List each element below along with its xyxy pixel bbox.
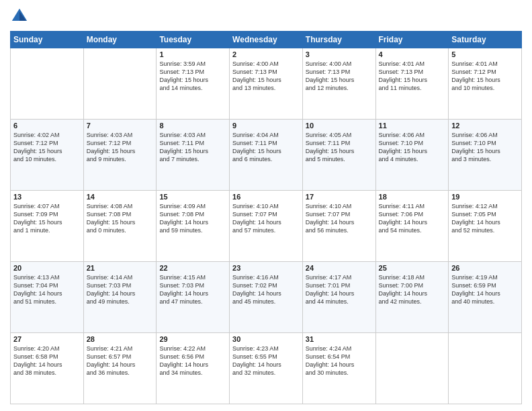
calendar-cell: 20Sunrise: 4:13 AM Sunset: 7:04 PM Dayli… bbox=[11, 262, 84, 333]
calendar-cell: 11Sunrise: 4:06 AM Sunset: 7:10 PM Dayli… bbox=[375, 120, 449, 191]
day-number: 5 bbox=[451, 50, 519, 58]
weekday-header-saturday: Saturday bbox=[449, 32, 522, 48]
day-number: 20 bbox=[13, 264, 81, 272]
calendar-cell: 12Sunrise: 4:06 AM Sunset: 7:10 PM Dayli… bbox=[449, 120, 522, 191]
weekday-header-tuesday: Tuesday bbox=[157, 32, 230, 48]
day-number: 26 bbox=[451, 264, 519, 272]
cell-info: Sunrise: 4:24 AM Sunset: 6:54 PM Dayligh… bbox=[306, 345, 373, 377]
calendar-cell: 2Sunrise: 4:00 AM Sunset: 7:13 PM Daylig… bbox=[230, 48, 303, 120]
calendar-cell bbox=[375, 333, 449, 404]
cell-info: Sunrise: 4:17 AM Sunset: 7:01 PM Dayligh… bbox=[306, 273, 373, 306]
day-number: 14 bbox=[87, 193, 154, 201]
cell-info: Sunrise: 4:00 AM Sunset: 7:13 PM Dayligh… bbox=[232, 60, 300, 93]
calendar-cell bbox=[449, 333, 522, 404]
cell-info: Sunrise: 4:06 AM Sunset: 7:10 PM Dayligh… bbox=[379, 131, 446, 164]
calendar-cell: 28Sunrise: 4:21 AM Sunset: 6:57 PM Dayli… bbox=[83, 333, 157, 404]
cell-info: Sunrise: 4:10 AM Sunset: 7:07 PM Dayligh… bbox=[306, 202, 373, 235]
calendar-cell: 25Sunrise: 4:18 AM Sunset: 7:00 PM Dayli… bbox=[375, 262, 449, 333]
calendar-cell: 8Sunrise: 4:03 AM Sunset: 7:11 PM Daylig… bbox=[157, 120, 230, 191]
cell-info: Sunrise: 4:02 AM Sunset: 7:12 PM Dayligh… bbox=[13, 131, 81, 164]
weekday-header-row: SundayMondayTuesdayWednesdayThursdayFrid… bbox=[11, 32, 522, 48]
day-number: 18 bbox=[379, 193, 446, 201]
calendar-week-2: 6Sunrise: 4:02 AM Sunset: 7:12 PM Daylig… bbox=[11, 120, 522, 191]
logo bbox=[10, 7, 32, 26]
calendar-cell: 3Sunrise: 4:00 AM Sunset: 7:13 PM Daylig… bbox=[302, 48, 375, 120]
calendar-cell: 27Sunrise: 4:20 AM Sunset: 6:58 PM Dayli… bbox=[11, 333, 84, 404]
calendar-cell: 29Sunrise: 4:22 AM Sunset: 6:56 PM Dayli… bbox=[157, 333, 230, 404]
day-number: 21 bbox=[87, 264, 154, 272]
day-number: 4 bbox=[379, 50, 446, 58]
calendar-cell: 4Sunrise: 4:01 AM Sunset: 7:13 PM Daylig… bbox=[375, 48, 449, 120]
day-number: 13 bbox=[13, 193, 81, 201]
cell-info: Sunrise: 4:10 AM Sunset: 7:07 PM Dayligh… bbox=[232, 202, 300, 235]
day-number: 25 bbox=[379, 264, 446, 272]
day-number: 23 bbox=[232, 264, 300, 272]
cell-info: Sunrise: 4:05 AM Sunset: 7:11 PM Dayligh… bbox=[306, 131, 373, 164]
cell-info: Sunrise: 4:22 AM Sunset: 6:56 PM Dayligh… bbox=[159, 345, 226, 377]
calendar-cell: 16Sunrise: 4:10 AM Sunset: 7:07 PM Dayli… bbox=[230, 191, 303, 262]
cell-info: Sunrise: 4:06 AM Sunset: 7:10 PM Dayligh… bbox=[451, 131, 519, 164]
cell-info: Sunrise: 4:16 AM Sunset: 7:02 PM Dayligh… bbox=[232, 273, 300, 306]
day-number: 10 bbox=[306, 122, 373, 130]
weekday-header-thursday: Thursday bbox=[302, 32, 375, 48]
page-header bbox=[10, 7, 522, 26]
day-number: 31 bbox=[306, 335, 373, 343]
cell-info: Sunrise: 3:59 AM Sunset: 7:13 PM Dayligh… bbox=[159, 60, 226, 93]
day-number: 30 bbox=[232, 335, 300, 343]
cell-info: Sunrise: 4:19 AM Sunset: 6:59 PM Dayligh… bbox=[451, 273, 519, 306]
calendar-week-3: 13Sunrise: 4:07 AM Sunset: 7:09 PM Dayli… bbox=[11, 191, 522, 262]
cell-info: Sunrise: 4:01 AM Sunset: 7:12 PM Dayligh… bbox=[451, 60, 519, 93]
weekday-header-monday: Monday bbox=[83, 32, 157, 48]
calendar-cell: 6Sunrise: 4:02 AM Sunset: 7:12 PM Daylig… bbox=[11, 120, 84, 191]
cell-info: Sunrise: 4:11 AM Sunset: 7:06 PM Dayligh… bbox=[379, 202, 446, 235]
calendar-cell: 19Sunrise: 4:12 AM Sunset: 7:05 PM Dayli… bbox=[449, 191, 522, 262]
cell-info: Sunrise: 4:18 AM Sunset: 7:00 PM Dayligh… bbox=[379, 273, 446, 306]
weekday-header-friday: Friday bbox=[375, 32, 449, 48]
day-number: 1 bbox=[159, 50, 226, 58]
calendar-cell: 31Sunrise: 4:24 AM Sunset: 6:54 PM Dayli… bbox=[302, 333, 375, 404]
cell-info: Sunrise: 4:14 AM Sunset: 7:03 PM Dayligh… bbox=[87, 273, 154, 306]
cell-info: Sunrise: 4:15 AM Sunset: 7:03 PM Dayligh… bbox=[159, 273, 226, 306]
weekday-header-sunday: Sunday bbox=[11, 32, 84, 48]
cell-info: Sunrise: 4:21 AM Sunset: 6:57 PM Dayligh… bbox=[87, 345, 154, 377]
day-number: 3 bbox=[306, 50, 373, 58]
cell-info: Sunrise: 4:23 AM Sunset: 6:55 PM Dayligh… bbox=[232, 345, 300, 377]
calendar-cell: 30Sunrise: 4:23 AM Sunset: 6:55 PM Dayli… bbox=[230, 333, 303, 404]
calendar-cell bbox=[11, 48, 84, 120]
calendar-cell: 22Sunrise: 4:15 AM Sunset: 7:03 PM Dayli… bbox=[157, 262, 230, 333]
day-number: 15 bbox=[159, 193, 226, 201]
calendar-cell: 26Sunrise: 4:19 AM Sunset: 6:59 PM Dayli… bbox=[449, 262, 522, 333]
day-number: 28 bbox=[87, 335, 154, 343]
day-number: 19 bbox=[451, 193, 519, 201]
calendar-cell: 15Sunrise: 4:09 AM Sunset: 7:08 PM Dayli… bbox=[157, 191, 230, 262]
calendar-cell: 23Sunrise: 4:16 AM Sunset: 7:02 PM Dayli… bbox=[230, 262, 303, 333]
cell-info: Sunrise: 4:12 AM Sunset: 7:05 PM Dayligh… bbox=[451, 202, 519, 235]
cell-info: Sunrise: 4:13 AM Sunset: 7:04 PM Dayligh… bbox=[13, 273, 81, 306]
day-number: 9 bbox=[232, 122, 300, 130]
calendar-cell: 1Sunrise: 3:59 AM Sunset: 7:13 PM Daylig… bbox=[157, 48, 230, 120]
cell-info: Sunrise: 4:00 AM Sunset: 7:13 PM Dayligh… bbox=[306, 60, 373, 93]
cell-info: Sunrise: 4:07 AM Sunset: 7:09 PM Dayligh… bbox=[13, 202, 81, 235]
cell-info: Sunrise: 4:08 AM Sunset: 7:08 PM Dayligh… bbox=[87, 202, 154, 235]
calendar-cell: 5Sunrise: 4:01 AM Sunset: 7:12 PM Daylig… bbox=[449, 48, 522, 120]
calendar-cell: 7Sunrise: 4:03 AM Sunset: 7:12 PM Daylig… bbox=[83, 120, 157, 191]
day-number: 12 bbox=[451, 122, 519, 130]
calendar-cell: 13Sunrise: 4:07 AM Sunset: 7:09 PM Dayli… bbox=[11, 191, 84, 262]
cell-info: Sunrise: 4:09 AM Sunset: 7:08 PM Dayligh… bbox=[159, 202, 226, 235]
day-number: 24 bbox=[306, 264, 373, 272]
day-number: 17 bbox=[306, 193, 373, 201]
calendar-cell: 21Sunrise: 4:14 AM Sunset: 7:03 PM Dayli… bbox=[83, 262, 157, 333]
day-number: 16 bbox=[232, 193, 300, 201]
cell-info: Sunrise: 4:03 AM Sunset: 7:11 PM Dayligh… bbox=[159, 131, 226, 164]
calendar-table: SundayMondayTuesdayWednesdayThursdayFrid… bbox=[10, 31, 522, 404]
day-number: 2 bbox=[232, 50, 300, 58]
day-number: 11 bbox=[379, 122, 446, 130]
day-number: 29 bbox=[159, 335, 226, 343]
cell-info: Sunrise: 4:03 AM Sunset: 7:12 PM Dayligh… bbox=[87, 131, 154, 164]
cell-info: Sunrise: 4:01 AM Sunset: 7:13 PM Dayligh… bbox=[379, 60, 446, 93]
day-number: 22 bbox=[159, 264, 226, 272]
cell-info: Sunrise: 4:04 AM Sunset: 7:11 PM Dayligh… bbox=[232, 131, 300, 164]
day-number: 6 bbox=[13, 122, 81, 130]
weekday-header-wednesday: Wednesday bbox=[230, 32, 303, 48]
calendar-cell: 17Sunrise: 4:10 AM Sunset: 7:07 PM Dayli… bbox=[302, 191, 375, 262]
